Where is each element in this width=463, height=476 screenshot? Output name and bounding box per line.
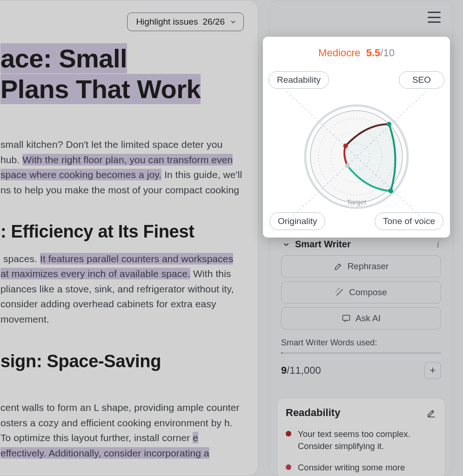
chevron-down-icon[interactable] [282,240,290,249]
edit-icon [334,262,343,271]
pill-readability[interactable]: Readability [268,71,329,89]
doc-para-1: spaces. It features parallel counters an… [0,251,244,327]
readability-issue-text: Consider writing some more [298,462,405,474]
score-max: /10 [380,47,395,59]
smart-writer-usage-bar [281,352,441,354]
ask-ai-button[interactable]: Ask AI [281,307,441,330]
svg-point-9 [389,189,393,193]
readability-title: Readability [286,407,426,419]
smart-writer-usage-label: Smart Writer Words used: [281,338,441,348]
sidebar-panel: Mediocre 5.5/10 Readability SEO Original… [269,0,453,476]
svg-point-8 [387,122,391,126]
edit-icon[interactable] [426,408,436,418]
doc-para-2: cent walls to form an L shape, providing… [0,400,244,461]
menu-button[interactable] [428,12,441,23]
doc-h2-2: sign: Space-Saving [0,350,244,373]
highlight-issues-label: Highlight issues [136,17,198,27]
score-value: 5.5 [366,47,381,59]
chat-icon [342,314,351,323]
readability-card: Readability Your text seems too complex.… [277,398,445,476]
editor-panel: Highlight issues 26/26 ace: SmallPlans T… [0,0,258,476]
smart-writer-limit: /11,000 [287,364,321,377]
readability-issue[interactable]: Consider writing some more [286,462,436,474]
smart-writer-title: Smart Writer [295,239,432,250]
score-popover: Mediocre 5.5/10 Readability SEO Original… [263,37,450,238]
chevron-down-icon [229,18,237,26]
doc-h2-1: : Efficiency at Its Finest [0,221,244,243]
readability-issue[interactable]: Your text seems too complex. Consider si… [286,428,436,452]
smart-writer-section: Smart Writer i Rephraser Compose Ask AI … [277,236,445,384]
severity-dot [286,431,291,436]
svg-rect-11 [343,315,350,320]
compose-button[interactable]: Compose [281,281,441,304]
smart-writer-used: 9 [281,364,287,377]
highlight-issues-dropdown[interactable]: Highlight issues 26/26 [127,13,244,31]
highlight-issues-count: 26/26 [202,17,225,27]
readability-issue-text: Your text seems too complex. Consider si… [298,428,436,452]
score-word: Mediocre [318,47,360,59]
svg-point-7 [343,144,348,148]
svg-point-10 [345,163,350,168]
severity-dot [286,464,291,470]
info-icon[interactable]: i [437,239,439,250]
doc-intro: small kitchen? Don't let the limited spa… [0,137,244,198]
target-label: Target [342,198,370,206]
score-heading: Mediocre 5.5/10 [271,47,442,59]
pill-seo[interactable]: SEO [399,71,444,89]
add-words-button[interactable]: + [424,362,441,379]
rephraser-button[interactable]: Rephraser [281,255,441,278]
wand-icon [335,288,344,297]
doc-title: ace: SmallPlans That Work [0,43,244,105]
